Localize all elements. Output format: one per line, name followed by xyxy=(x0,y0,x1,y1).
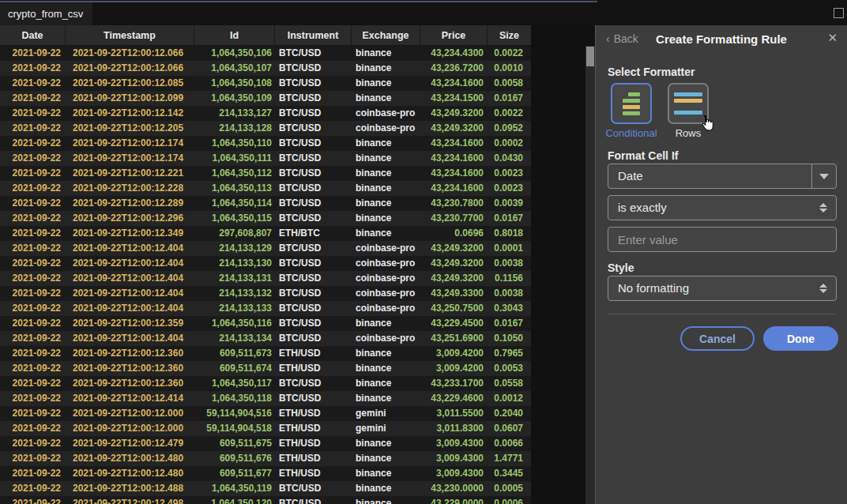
table-cell[interactable]: BTC/USD xyxy=(275,196,352,211)
table-cell[interactable]: ETH/USD xyxy=(275,361,352,376)
table-cell[interactable]: 43,230.7700 xyxy=(420,211,487,226)
table-cell[interactable]: binance xyxy=(352,466,420,481)
table-cell[interactable]: BTC/USD xyxy=(275,256,352,271)
table-cell[interactable]: 2021-09-22 xyxy=(0,451,66,466)
table-cell[interactable]: 2021-09-22 xyxy=(0,166,66,181)
table-cell[interactable]: BTC/USD xyxy=(275,391,352,406)
table-cell[interactable]: 2021-09-22T12:00:12.359 xyxy=(66,316,194,331)
table-cell[interactable]: ETH/BTC xyxy=(275,226,352,241)
table-cell[interactable]: BTC/USD xyxy=(275,316,352,331)
table-cell[interactable]: 2021-09-22 xyxy=(0,136,66,151)
table-cell[interactable]: 2021-09-22T12:00:12.066 xyxy=(66,46,194,61)
column-header-instrument[interactable]: Instrument xyxy=(275,25,352,45)
table-cell[interactable]: BTC/USD xyxy=(275,181,352,196)
table-row[interactable]: 2021-09-222021-09-22T12:00:12.480609,511… xyxy=(0,466,531,481)
table-cell[interactable]: 43,249.3200 xyxy=(420,121,487,136)
table-cell[interactable]: 0.7965 xyxy=(487,346,531,361)
table-cell[interactable]: 2021-09-22T12:00:12.000 xyxy=(66,421,194,436)
table-cell[interactable]: 2021-09-22T12:00:12.360 xyxy=(66,376,194,391)
table-cell[interactable]: 1,064,350,120 xyxy=(194,496,275,504)
table-cell[interactable]: 2021-09-22 xyxy=(0,196,66,211)
table-cell[interactable]: BTC/USD xyxy=(275,496,352,504)
table-cell[interactable]: gemini xyxy=(352,421,420,436)
table-cell[interactable]: 1,064,350,106 xyxy=(194,46,275,61)
table-cell[interactable]: 59,114,904,516 xyxy=(194,406,275,421)
close-icon[interactable]: ✕ xyxy=(827,31,838,45)
table-cell[interactable]: gemini xyxy=(352,406,420,421)
table-cell[interactable]: BTC/USD xyxy=(275,286,352,301)
table-cell[interactable]: 2021-09-22T12:00:12.174 xyxy=(66,136,194,151)
table-row[interactable]: 2021-09-222021-09-22T12:00:12.1741,064,3… xyxy=(0,136,531,151)
table-row[interactable]: 2021-09-222021-09-22T12:00:12.360609,511… xyxy=(0,346,531,361)
table-row[interactable]: 2021-09-222021-09-22T12:00:12.3601,064,3… xyxy=(0,376,531,391)
vertical-scrollbar[interactable] xyxy=(585,46,595,504)
table-row[interactable]: 2021-09-222021-09-22T12:00:12.2281,064,3… xyxy=(0,181,531,196)
table-cell[interactable]: 2021-09-22 xyxy=(0,466,66,481)
table-cell[interactable]: coinbase-pro xyxy=(352,286,420,301)
table-cell[interactable]: coinbase-pro xyxy=(352,271,420,286)
table-cell[interactable]: 214,133,133 xyxy=(194,301,275,316)
table-cell[interactable]: 0.0053 xyxy=(487,361,531,376)
table-cell[interactable]: 43,230.0000 xyxy=(420,481,487,496)
table-cell[interactable]: 0.0006 xyxy=(487,496,531,504)
table-cell[interactable]: 214,133,129 xyxy=(194,241,275,256)
table-cell[interactable]: 2021-09-22 xyxy=(0,391,66,406)
table-cell[interactable]: binance xyxy=(352,211,420,226)
table-cell[interactable]: 0.0022 xyxy=(487,46,531,61)
table-cell[interactable]: ETH/USD xyxy=(275,421,352,436)
column-header-price[interactable]: Price xyxy=(420,25,487,45)
table-cell[interactable]: 2021-09-22 xyxy=(0,46,66,61)
table-cell[interactable]: BTC/USD xyxy=(275,166,352,181)
table-cell[interactable]: 2021-09-22T12:00:12.085 xyxy=(66,76,194,91)
table-cell[interactable]: BTC/USD xyxy=(275,136,352,151)
table-cell[interactable]: 3,011.8300 xyxy=(420,421,487,436)
table-cell[interactable]: 0.0066 xyxy=(487,436,531,451)
table-cell[interactable]: 609,511,674 xyxy=(194,361,275,376)
table-cell[interactable]: BTC/USD xyxy=(275,331,352,346)
table-cell[interactable]: 43,249.3200 xyxy=(420,241,487,256)
table-cell[interactable]: 0.8018 xyxy=(487,226,531,241)
table-cell[interactable]: 1,064,350,114 xyxy=(194,196,275,211)
table-cell[interactable]: 3,009.4200 xyxy=(420,361,487,376)
table-cell[interactable]: 2021-09-22T12:00:12.174 xyxy=(66,151,194,166)
table-cell[interactable]: binance xyxy=(352,226,420,241)
table-cell[interactable]: 2021-09-22T12:00:12.205 xyxy=(66,121,194,136)
table-cell[interactable]: 1,064,350,110 xyxy=(194,136,275,151)
table-cell[interactable]: 0.3445 xyxy=(487,466,531,481)
table-row[interactable]: 2021-09-222021-09-22T12:00:12.205214,133… xyxy=(0,121,531,136)
table-cell[interactable]: 1,064,350,118 xyxy=(194,391,275,406)
table-cell[interactable]: 0.0430 xyxy=(487,151,531,166)
table-row[interactable]: 2021-09-222021-09-22T12:00:12.00059,114,… xyxy=(0,421,531,436)
table-cell[interactable]: binance xyxy=(352,151,420,166)
table-cell[interactable]: 214,133,134 xyxy=(194,331,275,346)
table-cell[interactable]: 2021-09-22 xyxy=(0,346,66,361)
tab-crypto-from-csv[interactable]: crypto_from_csv xyxy=(0,2,92,25)
table-cell[interactable]: 43,234.1600 xyxy=(420,166,487,181)
table-cell[interactable]: 43,236.7200 xyxy=(420,61,487,76)
table-cell[interactable]: 0.0607 xyxy=(487,421,531,436)
table-row[interactable]: 2021-09-222021-09-22T12:00:12.480609,511… xyxy=(0,451,531,466)
table-cell[interactable]: 0.0167 xyxy=(487,91,531,106)
table-cell[interactable]: 0.0010 xyxy=(487,61,531,76)
table-cell[interactable]: binance xyxy=(352,361,420,376)
table-cell[interactable]: 2021-09-22 xyxy=(0,406,66,421)
column-header-date[interactable]: Date xyxy=(0,25,66,45)
table-cell[interactable]: 2021-09-22T12:00:12.349 xyxy=(66,226,194,241)
table-cell[interactable]: 3,009.4300 xyxy=(420,451,487,466)
table-cell[interactable]: 43,250.7500 xyxy=(420,301,487,316)
table-cell[interactable]: 0.3043 xyxy=(487,301,531,316)
table-row[interactable]: 2021-09-222021-09-22T12:00:12.2211,064,3… xyxy=(0,166,531,181)
table-cell[interactable]: 609,511,673 xyxy=(194,346,275,361)
table-cell[interactable]: 2021-09-22 xyxy=(0,496,66,504)
table-cell[interactable]: 0.0023 xyxy=(487,181,531,196)
table-cell[interactable]: 1,064,350,112 xyxy=(194,166,275,181)
table-cell[interactable]: 2021-09-22T12:00:12.360 xyxy=(66,361,194,376)
table-row[interactable]: 2021-09-222021-09-22T12:00:12.479609,511… xyxy=(0,436,531,451)
table-cell[interactable]: 1,064,350,107 xyxy=(194,61,275,76)
table-cell[interactable]: 0.0005 xyxy=(487,481,531,496)
style-dropdown[interactable]: No formatting xyxy=(608,276,837,301)
dropdown-arrow-section[interactable] xyxy=(811,164,836,188)
table-cell[interactable]: 0.0038 xyxy=(487,286,531,301)
table-cell[interactable]: coinbase-pro xyxy=(352,256,420,271)
table-cell[interactable]: 2021-09-22T12:00:12.404 xyxy=(66,301,194,316)
